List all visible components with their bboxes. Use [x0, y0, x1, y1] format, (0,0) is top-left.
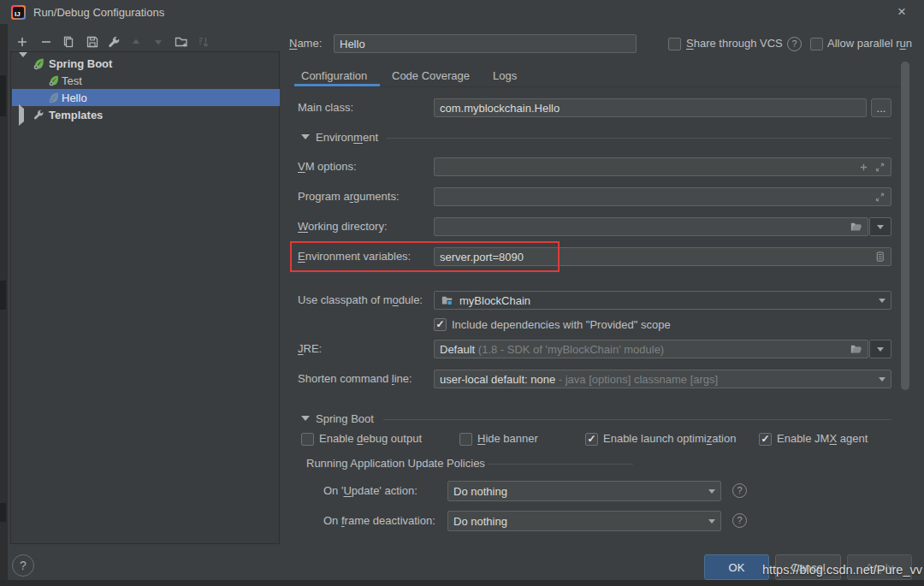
name-input[interactable]: Hello: [334, 34, 637, 53]
arrow-up-icon: [129, 35, 143, 49]
folder-icon[interactable]: [850, 221, 862, 233]
jre-dropdown-button[interactable]: [869, 340, 891, 358]
close-icon[interactable]: ×: [893, 3, 910, 21]
hide-banner-checkbox[interactable]: [459, 433, 472, 446]
on-frame-deactivation-select[interactable]: Do nothing: [447, 511, 721, 531]
shorten-command-line-select[interactable]: user-local default: none - java [options…: [434, 370, 891, 388]
update-policies-title: Running Application Update Policies: [306, 455, 485, 472]
chevron-down-icon: [708, 489, 715, 494]
wrench-icon: [33, 109, 44, 121]
add-configuration-button[interactable]: [15, 34, 30, 50]
working-directory-input[interactable]: [434, 217, 868, 236]
vertical-scrollbar[interactable]: [901, 62, 909, 390]
sort-configurations-button[interactable]: [196, 34, 211, 50]
spring-boot-icon: [48, 74, 60, 86]
save-icon: [86, 35, 99, 49]
include-provided-scope-checkbox[interactable]: ✓: [434, 318, 447, 331]
tree-item-label: Test: [62, 74, 82, 87]
spring-boot-icon: [48, 92, 60, 104]
section-divider: [383, 419, 891, 420]
main-class-input[interactable]: com.myblockchain.Hello: [434, 98, 867, 117]
move-down-button[interactable]: [151, 34, 166, 50]
expand-icon[interactable]: [874, 192, 886, 203]
desktop-edge-left: [0, 24, 8, 580]
chevron-down-icon: [877, 225, 884, 229]
environment-variables-input[interactable]: server.port=8090: [434, 247, 891, 266]
active-tab-indicator: [294, 84, 380, 86]
use-classpath-of-module-label: Use classpath of module:: [298, 291, 423, 310]
enable-launch-optimization-checkbox[interactable]: ✓: [585, 433, 598, 446]
environment-variables-label: Environment variables:: [298, 247, 411, 266]
move-up-button[interactable]: [128, 34, 144, 50]
enable-jmx-agent-checkbox[interactable]: ✓: [759, 433, 772, 446]
chevron-down-icon[interactable]: [301, 134, 310, 139]
intellij-app-icon: IJ: [11, 5, 26, 20]
enable-jmx-agent-label: Enable JMX agent: [777, 430, 868, 447]
chevron-down-icon: [879, 377, 886, 382]
folder-icon[interactable]: [850, 343, 862, 355]
tree-item-spring-boot-group[interactable]: Spring Boot: [12, 55, 280, 72]
spring-boot-icon: [33, 57, 45, 70]
working-directory-label: Working directory:: [298, 217, 388, 236]
ok-button[interactable]: OK: [704, 554, 769, 580]
vm-options-input[interactable]: [434, 157, 891, 176]
expand-icon[interactable]: [874, 162, 886, 173]
chevron-down-icon: [708, 519, 715, 524]
desktop-edge-bottom: [0, 580, 924, 586]
spring-boot-section-title[interactable]: Spring Boot: [316, 412, 374, 426]
edit-templates-button[interactable]: [106, 34, 121, 50]
share-through-vcs-checkbox[interactable]: [668, 38, 681, 50]
program-arguments-input[interactable]: [434, 187, 891, 206]
plus-icon: [15, 35, 29, 49]
new-folder-button[interactable]: [174, 34, 189, 50]
cancel-button[interactable]: Cancel: [775, 554, 841, 580]
sort-az-icon: [197, 35, 210, 49]
enable-debug-output-checkbox[interactable]: [301, 433, 314, 446]
on-update-action-label: On 'Update' action:: [323, 482, 418, 500]
save-configuration-button[interactable]: [85, 34, 100, 50]
tree-item-label: Templates: [49, 109, 103, 121]
on-update-action-select[interactable]: Do nothing: [447, 481, 721, 501]
help-icon[interactable]: ?: [787, 37, 802, 51]
on-frame-deactivation-label: On frame deactivation:: [323, 512, 435, 530]
tree-item-label: Hello: [62, 92, 87, 104]
shorten-command-line-label: Shorten command line:: [298, 370, 412, 388]
browse-main-class-button[interactable]: ...: [871, 98, 891, 117]
jre-select[interactable]: Default (1.8 - SDK of 'myBlockChain' mod…: [434, 340, 868, 358]
allow-parallel-run-checkbox[interactable]: [810, 38, 823, 50]
tab-logs[interactable]: Logs: [493, 67, 517, 86]
chevron-down-icon: [877, 347, 884, 352]
chevron-down-icon: [879, 299, 886, 303]
arrow-down-icon: [151, 35, 165, 49]
enable-debug-output-label: Enable debug output: [319, 430, 422, 447]
help-icon[interactable]: ?: [732, 513, 747, 528]
help-icon[interactable]: ?: [732, 483, 747, 498]
chevron-down-icon[interactable]: [301, 416, 310, 421]
apply-button[interactable]: Apply: [847, 554, 912, 580]
tab-configuration[interactable]: Configuration: [301, 67, 367, 86]
plus-icon[interactable]: [858, 162, 869, 173]
module-icon: [441, 294, 453, 306]
main-class-label: Main class:: [298, 98, 353, 117]
include-provided-scope-label: Include dependencies with "Provided" sco…: [452, 317, 671, 334]
title-bar: IJ Run/Debug Configurations ×: [0, 0, 924, 24]
env-variables-list-icon[interactable]: [874, 251, 886, 263]
dialog-help-button[interactable]: ?: [12, 554, 34, 577]
window-title: Run/Debug Configurations: [33, 6, 164, 19]
name-label: Name:: [289, 34, 322, 53]
chevron-down-icon[interactable]: [19, 52, 27, 70]
tree-item-test[interactable]: Test: [12, 72, 280, 89]
allow-parallel-run-label: Allow parallel run: [827, 34, 912, 53]
hide-banner-label: Hide banner: [477, 430, 538, 447]
tab-code-coverage[interactable]: Code Coverage: [392, 67, 470, 86]
working-directory-dropdown-button[interactable]: [869, 217, 891, 236]
module-select[interactable]: myBlockChain: [434, 291, 891, 310]
chevron-right-icon[interactable]: [19, 104, 24, 126]
tree-item-hello-selected[interactable]: Hello: [12, 89, 280, 106]
folder-plus-icon: [175, 35, 188, 49]
wrench-icon: [107, 35, 121, 49]
remove-configuration-button[interactable]: [38, 34, 54, 50]
tree-item-templates-group[interactable]: Templates: [12, 106, 280, 123]
environment-section-title[interactable]: Environment: [316, 131, 378, 145]
copy-configuration-button[interactable]: [61, 34, 76, 50]
